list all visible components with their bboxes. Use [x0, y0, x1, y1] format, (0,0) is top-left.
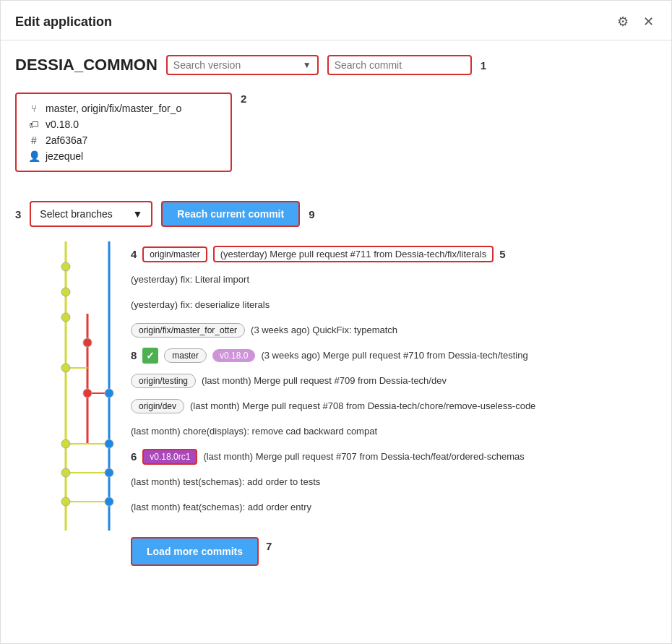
close-icon: ✕ [643, 14, 654, 29]
svg-point-9 [61, 288, 70, 296]
commit-msg-4: (3 weeks ago) QuickFix: typematch [251, 325, 397, 335]
svg-point-18 [105, 439, 113, 448]
label-9: 9 [309, 208, 314, 220]
branch-badge-fix-master: origin/fix/master_for_otter [131, 323, 245, 338]
label-1: 1 [481, 59, 486, 72]
modal-title: Edit application [15, 14, 112, 30]
label-6: 6 [131, 450, 137, 463]
commit-msg-3: (yesterday) fix: deserialize literals [131, 299, 270, 310]
table-row: 6 v0.18.0rc1 (last month) Merge pull req… [131, 444, 657, 469]
table-row: origin/dev (last month) Merge pull reque… [131, 393, 657, 418]
version-badge-rc1: v0.18.0rc1 [142, 449, 197, 465]
commits-area: 4 origin/master (yesterday) Merge pull r… [15, 241, 657, 566]
hash-icon: # [28, 134, 40, 146]
tag-icon: 🏷 [28, 119, 40, 130]
branch-badge-origin-testing: origin/testing [131, 374, 196, 388]
chevron-down-icon: ▼ [303, 60, 311, 70]
svg-point-13 [61, 468, 70, 477]
commit-msg-6: (last month) Merge pull request #709 fro… [202, 375, 447, 386]
search-version-wrapper[interactable]: ▼ [166, 55, 319, 75]
commit-msg-9: (last month) Merge pull request #707 fro… [203, 451, 524, 462]
hash-row: # 2af636a7 [28, 134, 219, 146]
branch-value: master, origin/fix/master_for_o [46, 103, 181, 114]
load-more-row: Load more commits 7 [131, 525, 657, 566]
label-4: 4 [131, 248, 137, 260]
commit-msg-8: (last month) chore(displays): remove cad… [131, 426, 377, 437]
table-row: (yesterday) fix: deserialize literals [131, 292, 657, 317]
gear-icon: ⚙ [617, 14, 629, 29]
svg-point-14 [61, 497, 70, 506]
reach-current-commit-button[interactable]: Reach current commit [161, 201, 300, 227]
app-name: DESSIA_COMMON [15, 56, 158, 74]
label-7: 7 [266, 540, 272, 552]
label-3: 3 [15, 208, 21, 220]
header-icons: ⚙ ✕ [614, 12, 657, 31]
chevron-down-icon2: ▼ [132, 208, 142, 220]
commit-msg-11: (last month) feat(schemas): add order en… [131, 502, 311, 512]
author-value: jezequel [46, 150, 83, 162]
svg-point-15 [83, 338, 92, 347]
git-graph-svg [15, 241, 131, 531]
info-box: ⑂ master, origin/fix/master_for_o 🏷 v0.1… [15, 93, 232, 172]
commit-msg-5: (3 weeks ago) Merge pull request #710 fr… [261, 350, 527, 361]
table-row: origin/fix/master_for_otter (3 weeks ago… [131, 317, 657, 343]
version-badge-v018: v0.18.0 [212, 349, 255, 362]
label-8: 8 [131, 349, 137, 361]
top-row: DESSIA_COMMON ▼ 1 [15, 55, 657, 75]
table-row: (last month) test(schemas): add order to… [131, 469, 657, 494]
svg-point-19 [105, 468, 113, 477]
label-5: 5 [499, 248, 505, 260]
commits-list: 4 origin/master (yesterday) Merge pull r… [131, 241, 657, 566]
search-commit-input[interactable] [335, 59, 465, 71]
close-button[interactable]: ✕ [640, 12, 657, 31]
svg-point-10 [61, 313, 70, 322]
branch-badge-master: master [164, 348, 207, 363]
branch-badge-origin-dev: origin/dev [131, 399, 184, 413]
table-row: 4 origin/master (yesterday) Merge pull r… [131, 241, 657, 267]
svg-point-17 [105, 389, 113, 398]
svg-point-8 [61, 262, 70, 271]
user-icon: 👤 [28, 150, 40, 162]
commit-msg-2: (yesterday) fix: Literal import [131, 274, 249, 285]
select-branches-label: Select branches [40, 208, 112, 220]
table-row: (last month) feat(schemas): add order en… [131, 494, 657, 520]
svg-point-11 [61, 364, 70, 372]
table-row: origin/testing (last month) Merge pull r… [131, 368, 657, 393]
svg-point-20 [105, 497, 113, 506]
search-commit-wrapper[interactable] [327, 55, 472, 75]
modal: Edit application ⚙ ✕ DESSIA_COMMON ▼ 1 [0, 0, 672, 644]
version-value: v0.18.0 [46, 119, 79, 130]
branch-row: ⑂ master, origin/fix/master_for_o [28, 103, 219, 114]
branch-icon: ⑂ [28, 103, 40, 114]
load-more-commits-button[interactable]: Load more commits [131, 537, 259, 566]
settings-button[interactable]: ⚙ [614, 12, 632, 31]
modal-body: DESSIA_COMMON ▼ 1 ⑂ master, origin/fix/m… [1, 40, 671, 580]
commit-msg-10: (last month) test(schemas): add order to… [131, 476, 320, 487]
branch-badge-origin-master: origin/master [142, 246, 207, 262]
commit-msg-1: (yesterday) Merge pull request #711 from… [213, 246, 494, 262]
svg-point-16 [83, 389, 92, 398]
label-2: 2 [241, 93, 246, 105]
svg-point-12 [61, 439, 70, 448]
modal-header: Edit application ⚙ ✕ [1, 1, 671, 40]
commit-msg-7: (last month) Merge pull request #708 fro… [190, 400, 535, 411]
controls-row: 3 Select branches ▼ Reach current commit… [15, 201, 657, 227]
author-row: 👤 jezequel [28, 150, 219, 162]
git-graph-col [15, 241, 131, 531]
select-branches-dropdown[interactable]: Select branches ▼ [30, 201, 152, 227]
table-row: (last month) chore(displays): remove cad… [131, 418, 657, 444]
commit-hash-value: 2af636a7 [46, 134, 87, 146]
tag-row: 🏷 v0.18.0 [28, 119, 219, 130]
checkbox-selected: ✓ [142, 348, 158, 364]
table-row: (yesterday) fix: Literal import [131, 267, 657, 292]
table-row: 8 ✓ master v0.18.0 (3 weeks ago) Merge p… [131, 343, 657, 368]
search-version-input[interactable] [173, 59, 300, 71]
